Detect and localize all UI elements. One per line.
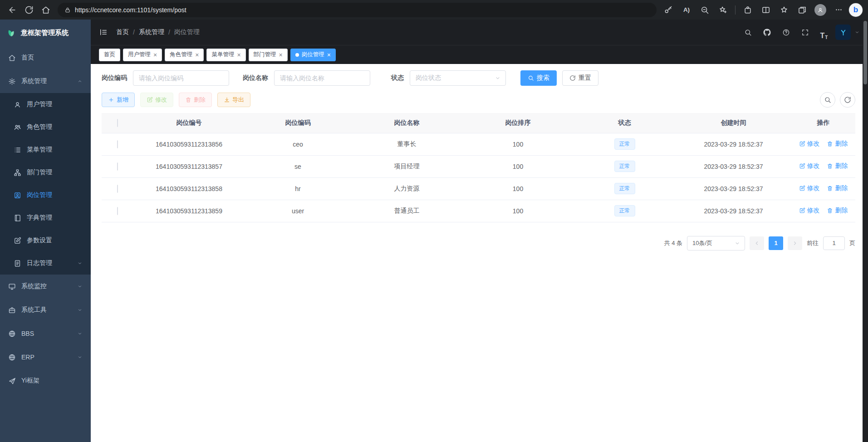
status-label: 状态 bbox=[391, 74, 404, 82]
home-icon[interactable] bbox=[38, 2, 54, 18]
sidebar-item-system-mgmt[interactable]: 系统管理 bbox=[0, 69, 91, 93]
row-delete-button[interactable]: 删除 bbox=[827, 206, 848, 215]
sidebar-item-param-settings[interactable]: 参数设置 bbox=[0, 229, 91, 252]
edit-icon bbox=[799, 207, 805, 214]
read-aloud-icon[interactable]: A) bbox=[679, 2, 694, 18]
help-question-icon[interactable] bbox=[778, 25, 794, 40]
post-name-input[interactable] bbox=[274, 70, 370, 86]
prev-page-button[interactable] bbox=[750, 236, 764, 250]
back-icon[interactable] bbox=[5, 2, 20, 18]
tab-close-icon[interactable]: × bbox=[237, 52, 240, 58]
tab-close-icon[interactable]: × bbox=[195, 52, 199, 58]
refresh-icon[interactable] bbox=[21, 2, 37, 18]
book-icon bbox=[14, 214, 21, 222]
row-checkbox[interactable] bbox=[117, 140, 118, 148]
collections-icon[interactable] bbox=[794, 2, 810, 18]
sidebar-item-dict-mgmt[interactable]: 字典管理 bbox=[0, 206, 91, 229]
delete-button[interactable]: 删除 bbox=[179, 93, 212, 107]
sidebar-item-user-mgmt[interactable]: 用户管理 bbox=[0, 93, 91, 116]
browser-profile-avatar[interactable] bbox=[813, 2, 828, 18]
app-title: 意框架管理系统 bbox=[21, 29, 69, 37]
add-button[interactable]: 新增 bbox=[102, 93, 135, 107]
page-scrollbar[interactable] bbox=[863, 20, 868, 442]
page-number-button[interactable]: 1 bbox=[769, 236, 783, 250]
row-edit-button[interactable]: 修改 bbox=[799, 140, 820, 148]
globe-icon bbox=[8, 330, 16, 338]
tab-post-mgmt[interactable]: 岗位管理 × bbox=[290, 49, 336, 61]
extensions-icon[interactable] bbox=[740, 2, 755, 18]
tab-home[interactable]: 首页 bbox=[99, 49, 120, 61]
header-search-icon[interactable] bbox=[740, 25, 755, 40]
tab-close-icon[interactable]: × bbox=[327, 52, 331, 58]
search-button[interactable]: 搜索 bbox=[520, 70, 557, 86]
row-edit-button[interactable]: 修改 bbox=[799, 162, 820, 170]
sidebar-item-bbs[interactable]: BBS bbox=[0, 322, 91, 345]
sidebar-item-role-mgmt[interactable]: 角色管理 bbox=[0, 116, 91, 138]
reset-button[interactable]: 重置 bbox=[562, 70, 598, 86]
sidebar-item-log-mgmt[interactable]: 日志管理 bbox=[0, 252, 91, 275]
cell-post-code: hr bbox=[245, 177, 351, 200]
row-delete-button[interactable]: 删除 bbox=[827, 140, 848, 148]
row-edit-button[interactable]: 修改 bbox=[799, 184, 820, 192]
tab-dept-mgmt[interactable]: 部门管理 × bbox=[249, 49, 288, 61]
sidebar-item-dept-mgmt[interactable]: 部门管理 bbox=[0, 161, 91, 184]
user-avatar[interactable] bbox=[835, 25, 851, 40]
favorites-icon[interactable] bbox=[776, 2, 792, 18]
copilot-bing-icon[interactable]: b bbox=[849, 3, 863, 17]
next-page-button[interactable] bbox=[788, 236, 802, 250]
toggle-search-button[interactable] bbox=[820, 92, 835, 108]
edit-button[interactable]: 修改 bbox=[140, 93, 173, 107]
tab-role-mgmt[interactable]: 角色管理 × bbox=[165, 49, 204, 61]
toolbar-divider bbox=[735, 5, 736, 15]
zoom-out-icon[interactable] bbox=[697, 2, 712, 18]
sidebar-item-yiframework[interactable]: Yi框架 bbox=[0, 369, 91, 393]
sidebar-item-post-mgmt[interactable]: 岗位管理 bbox=[0, 184, 91, 206]
sidebar-item-erp[interactable]: ERP bbox=[0, 345, 91, 369]
page-jump-input[interactable] bbox=[823, 236, 845, 250]
page-size-select[interactable]: 10条/页 bbox=[687, 236, 745, 250]
tab-close-icon[interactable]: × bbox=[153, 52, 157, 58]
breadcrumb-system[interactable]: 系统管理 bbox=[139, 28, 164, 36]
scrollbar-thumb[interactable] bbox=[863, 21, 867, 84]
trash-icon bbox=[827, 163, 833, 169]
lock-icon bbox=[64, 7, 71, 13]
home-icon bbox=[8, 54, 16, 62]
export-button[interactable]: 导出 bbox=[217, 93, 250, 107]
cell-post-code: user bbox=[245, 200, 351, 222]
settings-more-icon[interactable] bbox=[831, 2, 846, 18]
row-delete-button[interactable]: 删除 bbox=[827, 162, 848, 170]
sidebar-fold-icon[interactable] bbox=[99, 28, 108, 37]
sidebar-item-system-monitor[interactable]: 系统监控 bbox=[0, 275, 91, 298]
breadcrumb-home[interactable]: 首页 bbox=[116, 28, 129, 36]
sidebar-item-system-tools[interactable]: 系统工具 bbox=[0, 298, 91, 322]
trash-icon bbox=[185, 97, 191, 103]
row-edit-button[interactable]: 修改 bbox=[799, 206, 820, 215]
post-name-filter: 岗位名称 bbox=[243, 70, 370, 86]
address-bar[interactable]: https://ccnetcore.com:1101/system/post bbox=[58, 3, 657, 17]
row-checkbox[interactable] bbox=[117, 185, 118, 193]
row-delete-button[interactable]: 删除 bbox=[827, 184, 848, 192]
row-checkbox[interactable] bbox=[117, 162, 118, 171]
avatar-caret-down-icon[interactable] bbox=[854, 29, 860, 35]
tab-menu-mgmt[interactable]: 菜单管理 × bbox=[206, 49, 245, 61]
tab-user-mgmt[interactable]: 用户管理 × bbox=[123, 49, 162, 61]
split-screen-icon[interactable] bbox=[758, 2, 774, 18]
post-code-input[interactable] bbox=[133, 70, 229, 86]
post-code-filter: 岗位编码 bbox=[102, 70, 229, 86]
tab-close-icon[interactable]: × bbox=[279, 52, 283, 58]
sidebar-item-menu-mgmt[interactable]: 菜单管理 bbox=[0, 138, 91, 161]
globe-icon bbox=[8, 354, 16, 361]
select-all-checkbox[interactable] bbox=[117, 119, 118, 127]
sidebar-item-home[interactable]: 首页 bbox=[0, 46, 91, 69]
refresh-table-button[interactable] bbox=[840, 92, 855, 108]
favorite-add-icon[interactable] bbox=[715, 2, 731, 18]
column-post-code: 岗位编码 bbox=[245, 113, 351, 133]
github-icon[interactable] bbox=[759, 25, 775, 40]
font-size-icon[interactable]: TT bbox=[816, 25, 832, 40]
toolbar-right bbox=[820, 92, 855, 108]
row-checkbox[interactable] bbox=[117, 207, 118, 215]
sidebar-item-label: 系统管理 bbox=[21, 77, 72, 85]
status-select[interactable]: 岗位状态 bbox=[410, 70, 506, 86]
fullscreen-icon[interactable] bbox=[797, 25, 813, 40]
password-key-icon[interactable] bbox=[661, 2, 676, 18]
